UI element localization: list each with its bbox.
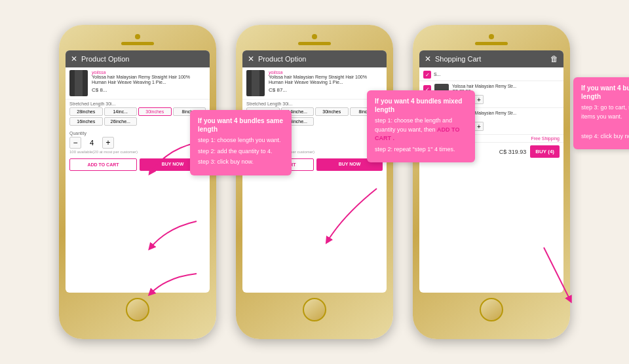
screen-title-2: Product Option <box>258 55 306 63</box>
phone-top-bar-3 <box>419 34 563 45</box>
size2-btn-28[interactable]: 28inches <box>246 107 280 116</box>
brand-label-2: yolissa <box>269 70 383 75</box>
phone-top-bar-2 <box>242 34 387 45</box>
cart-qty-plus-1[interactable]: + <box>474 95 484 104</box>
cart-qty-val-2: 1 <box>463 123 472 130</box>
qty-section-1: Quantity − 4 + 100 available(20 at most … <box>66 129 210 156</box>
close-icon-1[interactable]: ✕ <box>71 54 77 64</box>
qty-label-2: Quantity <box>246 131 383 136</box>
size-btn-28[interactable]: 28inches <box>69 107 103 116</box>
phone-bottom-3 <box>419 298 563 321</box>
buy-now-button-2[interactable]: BUY NOW <box>316 158 383 171</box>
size2-btn-16[interactable]: 16inches <box>246 117 280 126</box>
size-grid-2: 28inches 14inche... 30inches 8inch... 16… <box>246 107 383 126</box>
phone-3: ✕ Shopping Cart 🗑 ✓ S... ✓ Yolissa hair … <box>413 25 570 339</box>
phone-bottom-1 <box>66 298 210 321</box>
cart-qty-minus-2[interactable]: − <box>452 122 461 131</box>
add-to-cart-button-2[interactable]: ADD TO CART <box>246 158 314 171</box>
action-row-2: ADD TO CART BUY NOW <box>242 156 387 173</box>
product-info-2: yolissa Yolissa hair Malaysian Remy Stra… <box>269 70 383 93</box>
qty-row-1: − 4 + <box>69 137 206 149</box>
product-row-1: yolissa Yolissa hair Malaysian Remy Stra… <box>66 67 210 100</box>
cart-qty-plus-2[interactable]: + <box>474 122 484 131</box>
phone-2: ✕ Product Option yolissa Yolissa hair Ma… <box>236 25 393 339</box>
cart-item-2: ✓ Yolissa hair Malaysian Remy Str... C$ … <box>419 108 563 135</box>
phone-1-wrapper: ✕ Product Option yolissa Yolissa hair Ma… <box>59 25 216 339</box>
phone-screen-3: ✕ Shopping Cart 🗑 ✓ S... ✓ Yolissa hair … <box>419 50 563 293</box>
cart-item-info-1: Yolissa hair Malaysian Remy Str... C$ 72… <box>452 84 560 104</box>
size-section-1: Stretched Length 30i... 28inches 14inc..… <box>66 100 210 129</box>
buy-now-button-1[interactable]: BUY NOW <box>140 158 206 171</box>
total-amount: C$ 319.93 <box>499 149 527 155</box>
screen-header-3: ✕ Shopping Cart 🗑 <box>419 50 563 67</box>
callout-3-step4: step 4: click buy now. <box>581 132 629 141</box>
trash-icon-3[interactable]: 🗑 <box>550 54 558 64</box>
buy-count-button[interactable]: BUY (4) <box>530 145 560 158</box>
cart-thumb-2 <box>434 111 449 132</box>
stock-note-1: 100 available(20 at most per customer) <box>69 150 206 154</box>
screen-title-3: Shopping Cart <box>435 55 481 63</box>
brand-label-1: yolissa <box>92 70 206 75</box>
stock-note-2: 100 available(20 at most per customer) <box>246 150 383 154</box>
phone-screen-1: ✕ Product Option yolissa Yolissa hair Ma… <box>66 50 210 293</box>
callout-3-step3: step 3: go to cart, select all available… <box>581 103 629 121</box>
cart-item-price-1: C$ 72.28 <box>452 89 560 94</box>
size2-btn-8[interactable]: 8inch... <box>350 107 383 116</box>
phone-bottom-2 <box>242 298 387 321</box>
screen-header-1: ✕ Product Option <box>66 50 210 67</box>
cart-qty-row-1: − 1 + <box>452 95 560 104</box>
close-icon-2[interactable]: ✕ <box>248 54 254 64</box>
product-info-1: yolissa Yolissa hair Malaysian Remy Stra… <box>92 70 206 93</box>
qty-minus-2[interactable]: − <box>246 137 258 149</box>
screen-title-1: Product Option <box>81 55 129 63</box>
close-icon-3[interactable]: ✕ <box>425 54 431 64</box>
phone-camera-2 <box>312 34 317 39</box>
callout-3: If you want 4 bundles mixed length step … <box>573 77 629 149</box>
screen-header-2: ✕ Product Option <box>242 50 387 67</box>
cart-item-name-1: Yolissa hair Malaysian Remy Str... <box>452 84 560 88</box>
product-name-1: Yolissa hair Malaysian Remy Straight Hai… <box>92 75 206 86</box>
product-price-2: C$ 87... <box>269 87 383 93</box>
cart-checkbox-2[interactable]: ✓ <box>423 112 431 120</box>
product-thumb-2 <box>246 70 265 96</box>
cart-checkbox-1[interactable]: ✓ <box>423 85 431 93</box>
cart-thumb-1 <box>434 84 449 105</box>
size2-btn-14[interactable]: 14inche... <box>281 107 314 116</box>
action-row-1: ADD TO CART BUY NOW <box>66 156 210 173</box>
size-btn-14[interactable]: 14inc... <box>104 107 138 116</box>
qty-section-2: Quantity − 1 + 100 available(20 at most … <box>242 129 387 156</box>
size-btn-26[interactable]: 26inche... <box>104 117 138 126</box>
home-button-1[interactable] <box>126 298 149 321</box>
callout-3-title: If you want 4 bundles mixed length <box>581 84 629 101</box>
size-grid-1: 28inches 14inc... 30inches 8inch... 16in… <box>69 107 206 126</box>
cart-item-info-2: Yolissa hair Malaysian Remy Str... C$ 72… <box>452 111 560 131</box>
size-btn-8[interactable]: 8inch... <box>173 107 206 116</box>
cart-item-name-2: Yolissa hair Malaysian Remy Str... <box>452 111 560 115</box>
stretched-label-1: Stretched Length 30i... <box>69 101 206 106</box>
phone-screen-2: ✕ Product Option yolissa Yolissa hair Ma… <box>242 50 387 293</box>
add-to-cart-button-1[interactable]: ADD TO CART <box>69 158 137 171</box>
free-shipping-label: Free Shipping <box>419 135 563 142</box>
size2-btn-30[interactable]: 30inches <box>315 107 349 116</box>
cart-total-row: Total: C$ 319.93 BUY (4) <box>419 142 563 160</box>
qty-plus-2[interactable]: + <box>279 137 291 149</box>
cart-item-price-2: C$ 72.28 <box>452 116 560 120</box>
phone-3-wrapper: ✕ Shopping Cart 🗑 ✓ S... ✓ Yolissa hair … <box>413 25 570 339</box>
size-btn-30[interactable]: 30inches <box>138 107 172 116</box>
size-btn-16[interactable]: 16inches <box>69 117 103 126</box>
stretched-label-2: Stretched Length 30i... <box>246 101 383 106</box>
phone-top-bar-1 <box>66 34 210 45</box>
qty-value-2: 1 <box>262 139 275 147</box>
size2-btn-26[interactable]: 26inche... <box>281 117 314 126</box>
cart-header-row: ✓ S... <box>419 67 563 81</box>
cart-qty-val-1: 1 <box>463 96 472 103</box>
qty-plus-1[interactable]: + <box>102 137 114 149</box>
home-button-3[interactable] <box>480 298 503 321</box>
qty-minus-1[interactable]: − <box>69 137 81 149</box>
phone-speaker-2 <box>298 42 331 45</box>
home-button-2[interactable] <box>303 298 326 321</box>
cart-qty-minus-1[interactable]: − <box>452 95 461 104</box>
qty-label-1: Quantity <box>69 131 206 136</box>
select-all-checkbox[interactable]: ✓ <box>423 71 431 79</box>
size-section-2: Stretched Length 30i... 28inches 14inche… <box>242 100 387 129</box>
